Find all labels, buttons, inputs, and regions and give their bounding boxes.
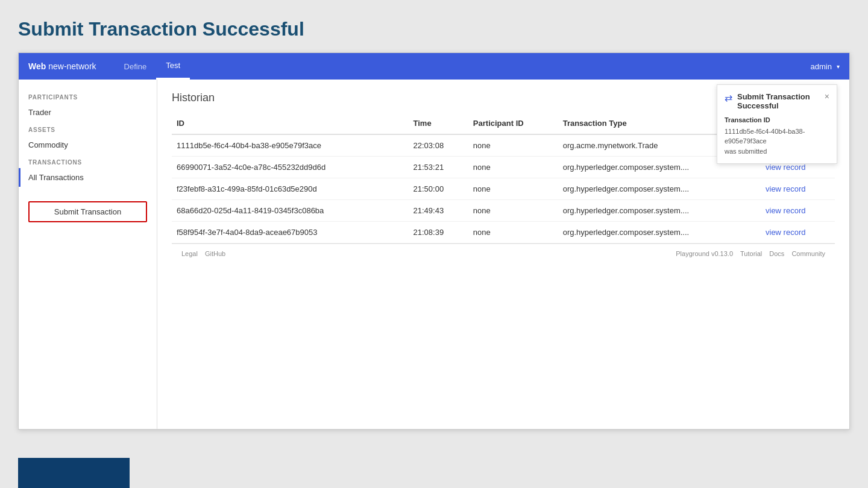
transaction-id-label: Transaction ID <box>725 115 829 125</box>
nav-tabs: Define Test <box>115 53 811 80</box>
cell-transaction-type: org.hyperledger.composer.system.... <box>558 222 761 243</box>
nav-logo-network: new-network <box>48 61 96 71</box>
footer-github[interactable]: GitHub <box>205 250 225 257</box>
cell-participant-id: none <box>468 157 558 178</box>
view-record-link[interactable]: view record <box>761 178 835 200</box>
table-row: f23febf8-a31c-499a-85fd-01c63d5e290d 21:… <box>172 178 835 200</box>
footer-right: Playground v0.13.0 Tutorial Docs Communi… <box>676 250 825 257</box>
submit-transaction-button[interactable]: Submit Transaction <box>28 201 147 222</box>
transaction-id-value: 1111db5e-f6c4-40b4-ba38-e905e79f3ace <box>725 127 829 146</box>
cell-participant-id: none <box>468 178 558 200</box>
transactions-label: TRANSACTIONS <box>19 154 157 168</box>
sidebar-item-trader[interactable]: Trader <box>19 103 157 122</box>
submit-btn-wrapper: Submit Transaction <box>19 192 157 232</box>
cell-transaction-type: org.hyperledger.composer.system.... <box>558 178 761 200</box>
chevron-down-icon: ▾ <box>837 63 840 70</box>
assets-label: ASSETS <box>19 122 157 136</box>
cell-participant-id: none <box>468 134 558 157</box>
cell-time: 21:50:00 <box>409 178 468 200</box>
col-id: ID <box>172 114 409 134</box>
notification-popup: ⇄ Submit Transaction Successful × Transa… <box>717 84 837 164</box>
footer-tutorial[interactable]: Tutorial <box>740 250 762 257</box>
cell-transaction-type: org.hyperledger.composer.system.... <box>558 200 761 222</box>
nav-logo-web: Web <box>28 61 46 71</box>
cell-id: 66990071-3a52-4c0e-a78c-455232dd9d6d <box>172 157 409 178</box>
top-nav: Web new-network Define Test admin ▾ <box>19 53 849 80</box>
cell-id: 68a66d20-025d-4a11-8419-0345f3c086ba <box>172 200 409 222</box>
notification-title: Submit Transaction Successful <box>737 92 820 110</box>
col-time: Time <box>409 114 468 134</box>
cell-time: 21:49:43 <box>409 200 468 222</box>
cell-time: 21:08:39 <box>409 222 468 243</box>
cell-id: f23febf8-a31c-499a-85fd-01c63d5e290d <box>172 178 409 200</box>
admin-label: admin <box>811 62 832 71</box>
cell-time: 22:03:08 <box>409 134 468 157</box>
main-layout: PARTICIPANTS Trader ASSETS Commodity TRA… <box>19 80 849 429</box>
nav-admin[interactable]: admin ▾ <box>811 62 840 71</box>
page-title: Submit Transaction Successful <box>18 18 850 40</box>
footer-docs[interactable]: Docs <box>769 250 784 257</box>
cell-id: f58f954f-3e7f-4a04-8da9-aceae67b9053 <box>172 222 409 243</box>
cell-id: 1111db5e-f6c4-40b4-ba38-e905e79f3ace <box>172 134 409 157</box>
table-row: 68a66d20-025d-4a11-8419-0345f3c086ba 21:… <box>172 200 835 222</box>
main-content: Historian ID Time Participant ID Transac… <box>157 80 849 429</box>
transfer-icon: ⇄ <box>725 92 732 104</box>
view-record-link[interactable]: view record <box>761 200 835 222</box>
cell-time: 21:53:21 <box>409 157 468 178</box>
footer-playground: Playground v0.13.0 <box>676 250 733 257</box>
table-row: f58f954f-3e7f-4a04-8da9-aceae67b9053 21:… <box>172 222 835 243</box>
footer: Legal GitHub Playground v0.13.0 Tutorial… <box>172 243 835 263</box>
cell-participant-id: none <box>468 222 558 243</box>
notification-suffix: was submitted <box>725 146 829 157</box>
app-container: Web new-network Define Test admin ▾ PART… <box>18 52 850 430</box>
footer-legal[interactable]: Legal <box>181 250 198 257</box>
notification-body: Transaction ID 1111db5e-f6c4-40b4-ba38-e… <box>725 115 829 156</box>
view-record-link[interactable]: view record <box>761 222 835 243</box>
sidebar: PARTICIPANTS Trader ASSETS Commodity TRA… <box>19 80 157 429</box>
bottom-blue-decoration <box>18 458 130 488</box>
participants-label: PARTICIPANTS <box>19 89 157 103</box>
sidebar-item-all-transactions[interactable]: All Transactions <box>19 168 157 187</box>
tab-define[interactable]: Define <box>115 53 157 80</box>
close-icon[interactable]: × <box>825 92 829 101</box>
nav-logo: Web new-network <box>28 61 96 71</box>
footer-community[interactable]: Community <box>791 250 825 257</box>
tab-test[interactable]: Test <box>156 53 190 80</box>
col-participant-id: Participant ID <box>468 114 558 134</box>
footer-left: Legal GitHub <box>181 250 225 257</box>
notification-header: ⇄ Submit Transaction Successful × <box>725 92 829 110</box>
cell-participant-id: none <box>468 200 558 222</box>
sidebar-item-commodity[interactable]: Commodity <box>19 136 157 154</box>
